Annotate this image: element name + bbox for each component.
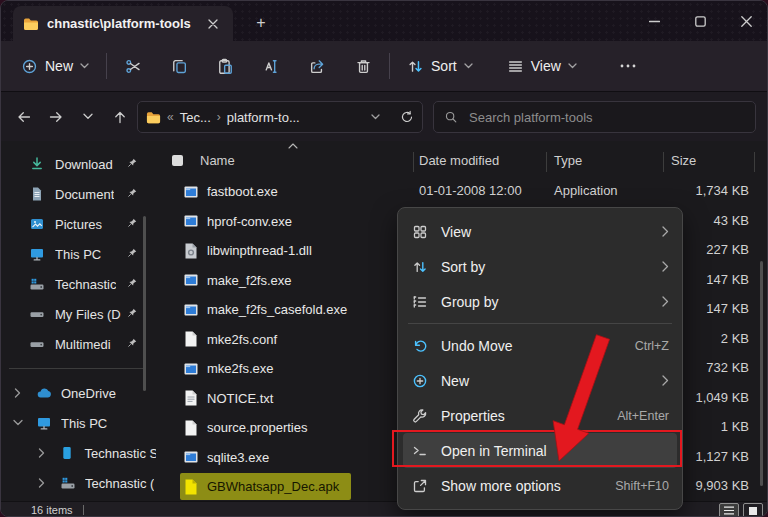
sidebar-item-technastic-s[interactable]: Technastic S xyxy=(1,438,156,468)
menu-shortcut: Ctrl+Z xyxy=(635,339,669,353)
sidebar-item-my-files[interactable]: My Files (D xyxy=(1,299,156,329)
pin-icon xyxy=(127,337,138,348)
file-row[interactable]: fastboot.exe 01-01-2008 12:00 Applicatio… xyxy=(156,177,768,207)
column-headers: Name Date modified Type Size xyxy=(156,149,756,175)
sidebar-item-download[interactable]: Download xyxy=(1,149,156,179)
sidebar-separator xyxy=(9,368,146,369)
sidebar-item-label: OneDrive xyxy=(61,386,116,401)
rename-button[interactable] xyxy=(252,49,290,83)
title-bar: chnastic\platform-tools + xyxy=(1,1,768,41)
back-button[interactable] xyxy=(9,102,39,132)
menu-item-properties[interactable]: Properties Alt+Enter xyxy=(403,398,677,433)
menu-item-label: Show more options xyxy=(441,478,603,494)
sidebar-item-document[interactable]: Document xyxy=(1,179,156,209)
sort-ascending-icon xyxy=(288,143,298,149)
chevron-down-icon[interactable] xyxy=(9,419,27,427)
sidebar-item-multimedia[interactable]: Multimedi xyxy=(1,329,156,359)
chevron-right-icon[interactable] xyxy=(9,388,27,398)
sidebar-item-technastic[interactable]: Technastic xyxy=(1,269,156,299)
undo-icon xyxy=(411,338,429,354)
sidebar-item-label: Technastic xyxy=(55,277,116,292)
monitor-icon xyxy=(29,246,45,262)
cut-button[interactable] xyxy=(114,49,152,83)
exe-file-icon xyxy=(184,302,198,318)
breadcrumb-separator: › xyxy=(217,110,221,124)
drive-icon xyxy=(29,336,45,352)
breadcrumb-bar[interactable]: « Tec... › platform-to... xyxy=(137,101,423,133)
toolbar-divider xyxy=(389,53,390,79)
large-icons-view-button[interactable] xyxy=(743,503,763,517)
delete-button[interactable] xyxy=(344,49,382,83)
column-header-size[interactable]: Size xyxy=(671,153,696,168)
breadcrumb-overflow[interactable]: « xyxy=(167,110,174,124)
menu-item-undo-move[interactable]: Undo Move Ctrl+Z xyxy=(403,328,677,363)
paste-icon xyxy=(217,58,234,75)
paste-button[interactable] xyxy=(206,49,244,83)
annotation-red-box xyxy=(392,430,682,467)
pin-icon xyxy=(127,247,138,258)
recent-locations-button[interactable] xyxy=(73,102,103,132)
column-header-name[interactable]: Name xyxy=(200,153,235,168)
explorer-tab[interactable]: chnastic\platform-tools xyxy=(13,6,233,41)
column-divider[interactable] xyxy=(546,152,547,172)
copy-button[interactable] xyxy=(160,49,198,83)
ssd-icon xyxy=(59,445,75,461)
up-button[interactable] xyxy=(105,102,135,132)
breadcrumb-item[interactable]: platform-to... xyxy=(227,110,300,125)
maximize-button[interactable] xyxy=(677,1,723,41)
chevron-right-icon[interactable] xyxy=(33,448,50,458)
more-options-button[interactable] xyxy=(609,49,647,83)
new-tab-button[interactable]: + xyxy=(249,11,273,35)
copy-icon xyxy=(171,58,188,75)
menu-item-show-more-options[interactable]: Show more options Shift+F10 xyxy=(403,468,677,503)
column-divider[interactable] xyxy=(754,152,755,172)
menu-item-sort-by[interactable]: Sort by xyxy=(403,249,677,284)
menu-item-new[interactable]: New xyxy=(403,363,677,398)
file-list-scrollbar[interactable] xyxy=(760,261,763,486)
close-button[interactable] xyxy=(723,1,768,41)
sidebar-item-pictures[interactable]: Pictures xyxy=(1,209,156,239)
minimize-button[interactable] xyxy=(631,1,677,41)
sort-button[interactable]: Sort xyxy=(397,51,483,82)
file-name: mke2fs.conf xyxy=(207,332,277,347)
forward-button[interactable] xyxy=(41,102,71,132)
refresh-icon[interactable] xyxy=(400,110,414,124)
sidebar-item-onedrive[interactable]: OneDrive xyxy=(1,378,156,408)
column-divider[interactable] xyxy=(663,152,664,172)
file-name: mke2fs.exe xyxy=(207,361,273,376)
sidebar-scrollbar[interactable] xyxy=(143,216,146,391)
screenshot: chnastic\platform-tools + New Sort xyxy=(0,0,768,517)
search-input[interactable] xyxy=(467,109,745,126)
breadcrumb-item[interactable]: Tec... xyxy=(180,110,211,125)
address-dropdown-icon[interactable] xyxy=(371,114,380,120)
chevron-right-icon[interactable] xyxy=(33,478,51,488)
menu-item-label: Properties xyxy=(441,408,605,424)
menu-item-group-by[interactable]: Group by xyxy=(403,284,677,319)
monitor-icon xyxy=(36,415,52,431)
column-divider[interactable] xyxy=(413,152,414,172)
share-icon xyxy=(309,58,326,75)
sidebar-item-this-pc[interactable]: This PC xyxy=(1,239,156,269)
txt-file-icon xyxy=(184,390,198,406)
share-button[interactable] xyxy=(298,49,336,83)
sidebar-item-label: This PC xyxy=(55,247,101,262)
view-button[interactable]: View xyxy=(497,51,587,82)
download-icon xyxy=(29,156,45,172)
tab-close-icon[interactable] xyxy=(203,17,223,31)
select-all-checkbox[interactable] xyxy=(172,155,183,166)
sidebar-item-label: Download xyxy=(55,157,113,172)
file-name: sqlite3.exe xyxy=(207,450,269,465)
chevron-right-icon xyxy=(662,226,669,237)
sidebar-item-this-pc-tree[interactable]: This PC xyxy=(1,408,156,438)
exe-file-icon xyxy=(184,213,198,229)
sidebar-item-technastic-c[interactable]: Technastic ( xyxy=(1,468,156,498)
new-button[interactable]: New xyxy=(11,51,99,82)
menu-item-view[interactable]: View xyxy=(403,214,677,249)
sidebar-item-label: My Files (D xyxy=(55,307,121,322)
details-view-button[interactable] xyxy=(719,503,739,517)
file-size: 1,734 KB xyxy=(654,183,749,198)
popout-icon xyxy=(411,478,429,494)
column-header-type[interactable]: Type xyxy=(554,153,582,168)
sidebar-item-label: Multimedi xyxy=(55,337,111,352)
column-header-date[interactable]: Date modified xyxy=(419,153,499,168)
